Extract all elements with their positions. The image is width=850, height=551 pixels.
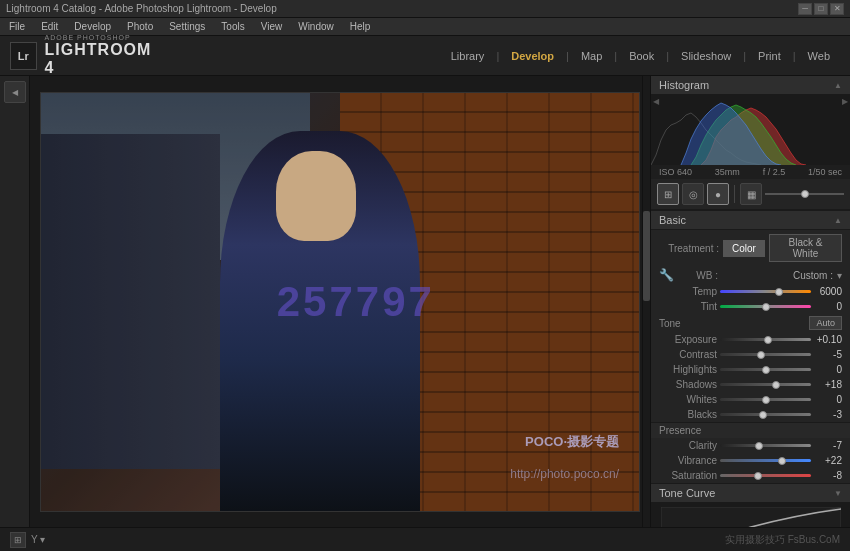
bottom-info-text: 实用摄影技巧 FsBus.CoM bbox=[725, 533, 840, 547]
adobe-subtitle: ADOBE PHOTOSHOP bbox=[45, 34, 160, 41]
tab-web[interactable]: Web bbox=[798, 46, 840, 66]
whites-label: Whites bbox=[659, 394, 717, 405]
wb-dropdown[interactable]: ▾ bbox=[837, 270, 842, 281]
heal-tool[interactable]: ◎ bbox=[682, 183, 704, 205]
left-panel: ◀ bbox=[0, 76, 30, 527]
tone-curve-toggle[interactable]: ▼ bbox=[834, 489, 842, 498]
saturation-slider[interactable] bbox=[720, 474, 811, 477]
whites-slider[interactable] bbox=[720, 398, 811, 401]
vertical-scrollbar[interactable] bbox=[642, 76, 650, 527]
saturation-label: Saturation bbox=[659, 470, 717, 481]
presence-label: Presence bbox=[659, 425, 701, 436]
saturation-slider-thumb bbox=[754, 472, 762, 480]
tint-slider-row: Tint 0 bbox=[651, 299, 850, 314]
menu-tools[interactable]: Tools bbox=[218, 21, 247, 32]
exposure-label: Exposure bbox=[659, 334, 717, 345]
histogram-svg bbox=[651, 95, 850, 165]
minimize-button[interactable]: ─ bbox=[798, 3, 812, 15]
aperture-value: f / 2.5 bbox=[763, 167, 786, 177]
menu-file[interactable]: File bbox=[6, 21, 28, 32]
tab-map[interactable]: Map bbox=[571, 46, 612, 66]
bottom-icon-view[interactable]: ⊞ bbox=[10, 532, 26, 548]
tab-book[interactable]: Book bbox=[619, 46, 664, 66]
logo-area: Lr ADOBE PHOTOSHOP LIGHTROOM 4 bbox=[0, 34, 160, 77]
app-header: Lr ADOBE PHOTOSHOP LIGHTROOM 4 Library |… bbox=[0, 36, 850, 76]
tint-value: 0 bbox=[814, 301, 842, 312]
xy-control[interactable]: Y ▾ bbox=[31, 534, 45, 545]
highlights-value: 0 bbox=[814, 364, 842, 375]
scroll-thumb[interactable] bbox=[643, 211, 650, 301]
temp-slider[interactable] bbox=[720, 290, 811, 293]
contrast-slider-thumb bbox=[757, 351, 765, 359]
nav-sep-1: | bbox=[496, 50, 499, 62]
tab-print[interactable]: Print bbox=[748, 46, 791, 66]
crop-tool[interactable]: ⊞ bbox=[657, 183, 679, 205]
whites-slider-thumb bbox=[762, 396, 770, 404]
tint-slider[interactable] bbox=[720, 305, 811, 308]
vibrance-slider-row: Vibrance +22 bbox=[651, 453, 850, 468]
nav-sep-3: | bbox=[614, 50, 617, 62]
vibrance-slider[interactable] bbox=[720, 459, 811, 462]
basic-section-header[interactable]: Basic ▲ bbox=[651, 210, 850, 230]
blacks-slider[interactable] bbox=[720, 413, 811, 416]
auto-button[interactable]: Auto bbox=[809, 316, 842, 330]
tone-curve-label: Tone Curve bbox=[659, 487, 715, 499]
highlight-clip-indicator[interactable]: ▶ bbox=[842, 97, 848, 106]
app-title-area: ADOBE PHOTOSHOP LIGHTROOM 4 bbox=[45, 34, 160, 77]
menu-view[interactable]: View bbox=[258, 21, 286, 32]
histogram-header[interactable]: Histogram ▲ bbox=[651, 76, 850, 95]
wb-value: Custom : bbox=[722, 270, 833, 281]
menu-develop[interactable]: Develop bbox=[71, 21, 114, 32]
maximize-button[interactable]: □ bbox=[814, 3, 828, 15]
tint-label: Tint bbox=[659, 301, 717, 312]
eyedropper-tool[interactable]: 🔧 bbox=[659, 268, 674, 282]
main-content: ◀ 257797 POCO·摄影专题 http://photo.poc bbox=[0, 76, 850, 527]
close-button[interactable]: ✕ bbox=[830, 3, 844, 15]
bw-button[interactable]: Black & White bbox=[769, 234, 842, 262]
contrast-slider-row: Contrast -5 bbox=[651, 347, 850, 362]
highlights-slider-thumb bbox=[762, 366, 770, 374]
basic-toggle[interactable]: ▲ bbox=[834, 216, 842, 225]
shadow-clip-indicator[interactable]: ◀ bbox=[653, 97, 659, 106]
tab-library[interactable]: Library bbox=[441, 46, 495, 66]
exposure-value: +0.10 bbox=[814, 334, 842, 345]
histogram-label: Histogram bbox=[659, 79, 709, 91]
exposure-slider[interactable] bbox=[720, 338, 811, 341]
tone-curve-svg bbox=[661, 507, 841, 527]
contrast-slider[interactable] bbox=[720, 353, 811, 356]
saturation-slider-row: Saturation -8 bbox=[651, 468, 850, 483]
histogram-toggle[interactable]: ▲ bbox=[834, 81, 842, 90]
menu-window[interactable]: Window bbox=[295, 21, 337, 32]
clarity-slider[interactable] bbox=[720, 444, 811, 447]
color-button[interactable]: Color bbox=[723, 240, 765, 257]
tool-mini-slider[interactable] bbox=[765, 193, 844, 195]
grad-filter-tool[interactable]: ▦ bbox=[740, 183, 762, 205]
tab-slideshow[interactable]: Slideshow bbox=[671, 46, 741, 66]
lr-badge: Lr bbox=[10, 42, 37, 70]
redeye-tool[interactable]: ● bbox=[707, 183, 729, 205]
iso-value: ISO 640 bbox=[659, 167, 692, 177]
right-panel: Histogram ▲ ◀ ▶ ISO 640 35mm f / 2.5 1 bbox=[650, 76, 850, 527]
clarity-slider-thumb bbox=[755, 442, 763, 450]
shadows-slider-thumb bbox=[772, 381, 780, 389]
tab-develop[interactable]: Develop bbox=[501, 46, 564, 66]
tone-row: Tone Auto bbox=[651, 314, 850, 332]
menu-edit[interactable]: Edit bbox=[38, 21, 61, 32]
highlights-slider[interactable] bbox=[720, 368, 811, 371]
menu-photo[interactable]: Photo bbox=[124, 21, 156, 32]
exposure-slider-row: Exposure +0.10 bbox=[651, 332, 850, 347]
poco-watermark: POCO·摄影专题 bbox=[525, 433, 619, 451]
title-text: Lightroom 4 Catalog - Adobe Photoshop Li… bbox=[6, 3, 277, 14]
basic-label: Basic bbox=[659, 214, 686, 226]
menu-settings[interactable]: Settings bbox=[166, 21, 208, 32]
blacks-slider-thumb bbox=[759, 411, 767, 419]
title-bar-controls: ─ □ ✕ bbox=[798, 3, 844, 15]
watermark-number: 257797 bbox=[277, 278, 435, 326]
shadows-value: +18 bbox=[814, 379, 842, 390]
tone-curve-header[interactable]: Tone Curve ▼ bbox=[651, 483, 850, 502]
nav-sep-2: | bbox=[566, 50, 569, 62]
menu-help[interactable]: Help bbox=[347, 21, 374, 32]
left-panel-toggle[interactable]: ◀ bbox=[4, 81, 26, 103]
shadows-slider[interactable] bbox=[720, 383, 811, 386]
nav-sep-6: | bbox=[793, 50, 796, 62]
